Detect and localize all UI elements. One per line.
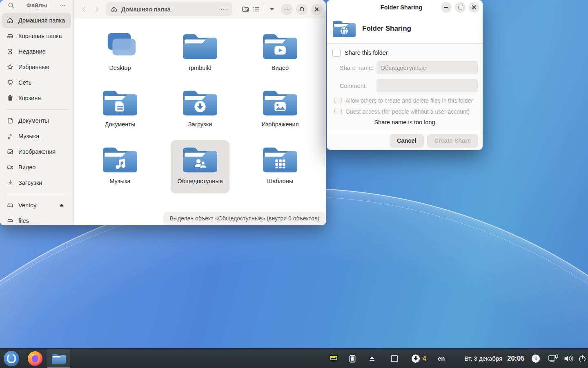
sidebar-item-root[interactable]: Корневая папка: [2, 28, 71, 44]
minimize-icon: [444, 7, 448, 8]
list-view-button[interactable]: [251, 4, 261, 15]
comment-input[interactable]: [376, 79, 478, 92]
sidebar-item-home[interactable]: Домашняя папка: [2, 13, 71, 28]
view-options-button[interactable]: [267, 4, 277, 15]
dialog-close-button[interactable]: [469, 2, 479, 13]
list-view-icon: [253, 6, 260, 12]
sidebar-item-starred[interactable]: Избранные: [2, 59, 71, 75]
sidebar-item-trash[interactable]: Корзина: [2, 90, 71, 106]
folder-tile-documents[interactable]: Документы: [91, 83, 149, 137]
folder-tile-desktop[interactable]: Desktop: [91, 27, 149, 80]
updates-tray[interactable]: [412, 355, 420, 363]
forward-button[interactable]: [90, 3, 103, 16]
path-menu-icon[interactable]: ⋯: [220, 5, 227, 13]
sidebar-item-recent[interactable]: Недавние: [2, 44, 71, 59]
folder-name: Шаблоны: [267, 178, 293, 184]
error-message: Share name is too long: [332, 119, 478, 126]
taskbar-time[interactable]: 20:05: [507, 355, 524, 362]
close-button[interactable]: [311, 4, 323, 15]
sidebar-item-label: Недавние: [18, 48, 46, 55]
dialog-header: Folder Sharing: [327, 15, 483, 44]
network-tray[interactable]: [548, 354, 559, 363]
image-icon: [7, 148, 14, 155]
cancel-button[interactable]: Cancel: [390, 134, 424, 148]
share-name-label: Share name:: [340, 65, 376, 71]
eject-tray[interactable]: [368, 355, 376, 362]
home-icon: [7, 17, 14, 24]
new-tab-search-button[interactable]: [240, 4, 251, 15]
dialog-maximize-button[interactable]: [455, 2, 466, 13]
drive-icon: [7, 32, 14, 40]
system-monitor-icon: [329, 355, 338, 363]
firefox-launcher[interactable]: [23, 349, 47, 368]
sidebar-item-documents[interactable]: Документы: [2, 113, 71, 128]
public-share-folder-icon: [180, 144, 220, 175]
sidebar-item-label: Корзина: [18, 95, 41, 101]
shared-folder-globe-icon: [332, 18, 357, 39]
sidebar-item-label: files: [18, 218, 29, 224]
sidebar-separator: [6, 109, 68, 110]
sidebar-item-videos[interactable]: Видео: [2, 159, 71, 175]
distro-launcher-icon: [3, 350, 20, 367]
folder-icon: [180, 30, 220, 62]
eject-button[interactable]: [56, 200, 67, 211]
volume-tray[interactable]: [564, 355, 573, 363]
keyboard-layout-indicator[interactable]: en: [438, 355, 445, 362]
allow-others-label: Allow others to create and delete files …: [345, 97, 473, 104]
sidebar-item-network[interactable]: Сеть: [2, 75, 71, 90]
files-app-icon: [51, 352, 67, 365]
folder-tile-videos[interactable]: Видео: [251, 27, 310, 80]
back-button[interactable]: [77, 3, 90, 16]
sidebar-item-label: Домашняя папка: [18, 17, 65, 24]
sidebar-item-ventoy[interactable]: Ventoy: [2, 197, 71, 213]
folder-tile-music[interactable]: Музыка: [91, 140, 149, 193]
folder-tile-pictures[interactable]: Изображения: [251, 83, 310, 137]
folder-sharing-dialog: Folder Sharing Folder Sharing Share this…: [327, 0, 483, 150]
close-icon: [314, 7, 319, 12]
folder-search-icon: [242, 6, 249, 13]
dialog-minimize-button[interactable]: [441, 2, 452, 13]
drive-icon: [7, 217, 14, 224]
folder-name: Загрузки: [188, 121, 212, 128]
folder-tile-public-selected[interactable]: Общедоступные: [171, 140, 229, 193]
share-name-input[interactable]: [376, 61, 478, 74]
allow-others-checkbox[interactable]: [334, 97, 342, 104]
notification-indicator[interactable]: 1: [532, 355, 540, 363]
sidebar-item-label: Изображения: [18, 148, 56, 155]
dialog-heading: Folder Sharing: [362, 25, 411, 33]
updates-count: 4: [423, 355, 426, 362]
minimize-button[interactable]: [281, 4, 292, 15]
create-share-button[interactable]: Create Share: [427, 134, 478, 148]
app-menu-launcher[interactable]: [0, 349, 23, 368]
taskbar-date[interactable]: Вт, 3 декабря: [464, 355, 502, 362]
sidebar-item-music[interactable]: Музыка: [2, 128, 71, 144]
search-button[interactable]: [6, 0, 16, 11]
videos-folder-icon: [261, 30, 300, 62]
files-taskbar-button[interactable]: [47, 349, 70, 368]
sidebar-item-files-volume[interactable]: files: [2, 213, 71, 225]
sidebar-item-pictures[interactable]: Изображения: [2, 144, 71, 159]
close-icon: [472, 5, 477, 10]
home-icon: [111, 6, 118, 13]
trash-icon: [7, 94, 14, 102]
share-this-folder-checkbox[interactable]: [332, 49, 341, 57]
templates-folder-icon: [261, 144, 300, 175]
pathbar[interactable]: Домашняя папка ⋯: [106, 2, 232, 16]
folder-tile-downloads[interactable]: Загрузки: [171, 83, 229, 137]
guest-access-checkbox[interactable]: [334, 108, 342, 115]
window-placeholder-tray[interactable]: [390, 355, 399, 363]
download-icon: [7, 179, 14, 186]
sidebar-item-label: Документы: [18, 117, 49, 124]
sidebar-item-label: Загрузки: [18, 180, 42, 186]
sidebar-menu-button[interactable]: ⋯: [57, 0, 68, 11]
power-tray[interactable]: [578, 355, 586, 363]
documents-folder-icon: [100, 87, 140, 119]
system-monitor-tray[interactable]: [329, 355, 338, 363]
clipboard-tray[interactable]: [349, 355, 356, 363]
sidebar-item-downloads[interactable]: Загрузки: [2, 175, 71, 191]
maximize-button[interactable]: [296, 4, 307, 15]
folder-tile-rpmbuild[interactable]: rpmbuild: [171, 27, 229, 80]
folder-tile-templates[interactable]: Шаблоны: [251, 140, 310, 193]
eject-icon: [58, 202, 65, 209]
recent-icon: [7, 48, 14, 55]
